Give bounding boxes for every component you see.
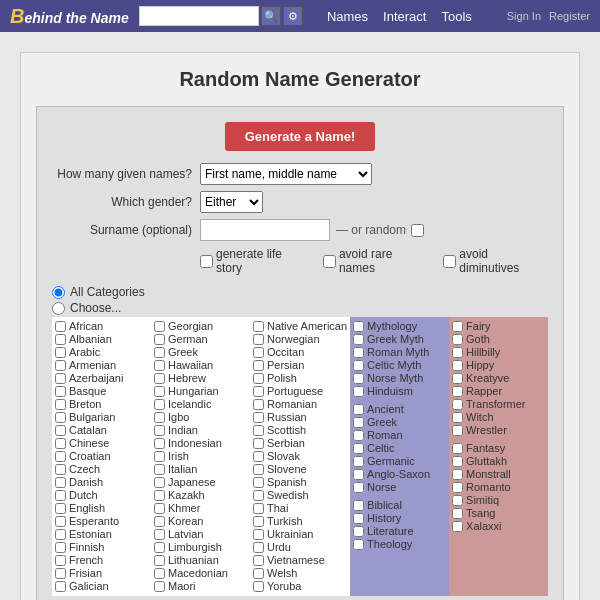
category-checkbox-polish[interactable] (253, 373, 264, 384)
settings-button[interactable]: ⚙ (283, 6, 303, 26)
category-checkbox-simitiq[interactable] (452, 495, 463, 506)
category-checkbox-greek-myth[interactable] (353, 334, 364, 345)
category-checkbox-monstrall[interactable] (452, 469, 463, 480)
category-checkbox-rapper[interactable] (452, 386, 463, 397)
category-checkbox-theology[interactable] (353, 539, 364, 550)
category-checkbox-mythology[interactable] (353, 321, 364, 332)
category-checkbox-lithuanian[interactable] (154, 555, 165, 566)
category-checkbox-xalaxxi[interactable] (452, 521, 463, 532)
gender-select[interactable]: Either Male Female (200, 191, 263, 213)
category-checkbox-bulgarian[interactable] (55, 412, 66, 423)
category-checkbox-galician[interactable] (55, 581, 66, 592)
surname-input[interactable] (200, 219, 330, 241)
category-checkbox-gluttakh[interactable] (452, 456, 463, 467)
category-checkbox-chinese[interactable] (55, 438, 66, 449)
category-checkbox-tsang[interactable] (452, 508, 463, 519)
category-checkbox-russian[interactable] (253, 412, 264, 423)
avoid-dim-label[interactable]: avoid diminutives (443, 247, 548, 275)
category-checkbox-serbian[interactable] (253, 438, 264, 449)
category-checkbox-kazakh[interactable] (154, 490, 165, 501)
category-checkbox-igbo[interactable] (154, 412, 165, 423)
category-checkbox-catalan[interactable] (55, 425, 66, 436)
category-checkbox-georgian[interactable] (154, 321, 165, 332)
category-checkbox-kreatyve[interactable] (452, 373, 463, 384)
category-checkbox-hungarian[interactable] (154, 386, 165, 397)
choose-radio[interactable] (52, 302, 65, 315)
category-checkbox-ancient[interactable] (353, 404, 364, 415)
life-story-label[interactable]: generate life story (200, 247, 308, 275)
category-checkbox-norwegian[interactable] (253, 334, 264, 345)
category-checkbox-icelandic[interactable] (154, 399, 165, 410)
category-checkbox-urdu[interactable] (253, 542, 264, 553)
category-checkbox-african[interactable] (55, 321, 66, 332)
nav-tools[interactable]: Tools (441, 9, 471, 24)
category-checkbox-croatian[interactable] (55, 451, 66, 462)
category-checkbox-celtic[interactable] (353, 443, 364, 454)
category-checkbox-japanese[interactable] (154, 477, 165, 488)
category-checkbox-albanian[interactable] (55, 334, 66, 345)
category-checkbox-frisian[interactable] (55, 568, 66, 579)
category-checkbox-fantasy[interactable] (452, 443, 463, 454)
category-checkbox-wrestler[interactable] (452, 425, 463, 436)
generate-button[interactable]: Generate a Name! (225, 122, 376, 151)
category-checkbox-french[interactable] (55, 555, 66, 566)
category-checkbox-khmer[interactable] (154, 503, 165, 514)
nav-interact[interactable]: Interact (383, 9, 426, 24)
search-button[interactable]: 🔍 (261, 6, 281, 26)
category-checkbox-maori[interactable] (154, 581, 165, 592)
category-checkbox-roman-myth[interactable] (353, 347, 364, 358)
register-link[interactable]: Register (549, 10, 590, 22)
avoid-dim-checkbox[interactable] (443, 255, 456, 268)
category-checkbox-slovene[interactable] (253, 464, 264, 475)
category-checkbox-anglo-saxon[interactable] (353, 469, 364, 480)
category-checkbox-norse-myth[interactable] (353, 373, 364, 384)
category-checkbox-macedonian[interactable] (154, 568, 165, 579)
category-checkbox-dutch[interactable] (55, 490, 66, 501)
category-checkbox-ukrainian[interactable] (253, 529, 264, 540)
category-checkbox-korean[interactable] (154, 516, 165, 527)
category-checkbox-portuguese[interactable] (253, 386, 264, 397)
category-checkbox-greek[interactable] (154, 347, 165, 358)
category-checkbox-english[interactable] (55, 503, 66, 514)
category-checkbox-witch[interactable] (452, 412, 463, 423)
category-checkbox-limburgish[interactable] (154, 542, 165, 553)
category-checkbox-finnish[interactable] (55, 542, 66, 553)
category-checkbox-arabic[interactable] (55, 347, 66, 358)
category-checkbox-azerbaijani[interactable] (55, 373, 66, 384)
category-checkbox-celtic-myth[interactable] (353, 360, 364, 371)
category-checkbox-literature[interactable] (353, 526, 364, 537)
category-checkbox-czech[interactable] (55, 464, 66, 475)
category-checkbox-armenian[interactable] (55, 360, 66, 371)
category-checkbox-hawaiian[interactable] (154, 360, 165, 371)
category-checkbox-latvian[interactable] (154, 529, 165, 540)
category-checkbox-hebrew[interactable] (154, 373, 165, 384)
category-checkbox-fairy[interactable] (452, 321, 463, 332)
how-many-select[interactable]: First name, middle name First name only … (200, 163, 372, 185)
signin-link[interactable]: Sign In (507, 10, 541, 22)
category-checkbox-italian[interactable] (154, 464, 165, 475)
category-checkbox-norse[interactable] (353, 482, 364, 493)
category-checkbox-occitan[interactable] (253, 347, 264, 358)
category-checkbox-greek[interactable] (353, 417, 364, 428)
random-surname-checkbox[interactable] (411, 224, 424, 237)
nav-names[interactable]: Names (327, 9, 368, 24)
category-checkbox-germanic[interactable] (353, 456, 364, 467)
search-input[interactable] (139, 6, 259, 26)
life-story-checkbox[interactable] (200, 255, 213, 268)
category-checkbox-slovak[interactable] (253, 451, 264, 462)
category-checkbox-irish[interactable] (154, 451, 165, 462)
avoid-rare-checkbox[interactable] (323, 255, 336, 268)
category-checkbox-indian[interactable] (154, 425, 165, 436)
category-checkbox-indonesian[interactable] (154, 438, 165, 449)
category-checkbox-welsh[interactable] (253, 568, 264, 579)
category-checkbox-spanish[interactable] (253, 477, 264, 488)
category-checkbox-danish[interactable] (55, 477, 66, 488)
category-checkbox-biblical[interactable] (353, 500, 364, 511)
category-checkbox-persian[interactable] (253, 360, 264, 371)
category-checkbox-hillbilly[interactable] (452, 347, 463, 358)
category-checkbox-breton[interactable] (55, 399, 66, 410)
category-checkbox-transformer[interactable] (452, 399, 463, 410)
category-checkbox-native-american[interactable] (253, 321, 264, 332)
avoid-rare-label[interactable]: avoid rare names (323, 247, 428, 275)
all-categories-radio[interactable] (52, 286, 65, 299)
